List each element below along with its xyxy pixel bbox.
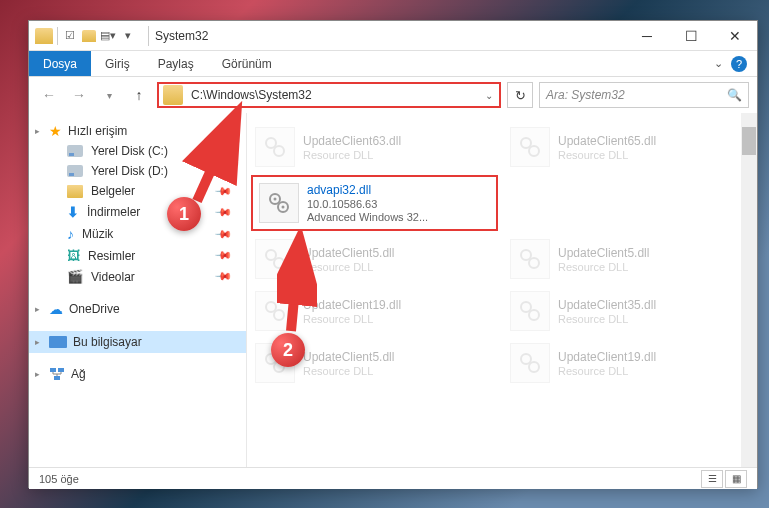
svg-point-21 <box>521 354 531 364</box>
file-item-highlighted[interactable]: advapi32.dll 10.0.10586.63 Advanced Wind… <box>251 175 498 231</box>
svg-point-6 <box>529 146 539 156</box>
svg-point-18 <box>529 310 539 320</box>
svg-point-17 <box>521 302 531 312</box>
tab-file[interactable]: Dosya <box>29 51 91 76</box>
file-item[interactable]: UpdateClient35.dllResource DLL <box>506 287 753 335</box>
dll-icon <box>510 127 550 167</box>
drive-icon <box>67 145 83 157</box>
svg-rect-0 <box>50 368 56 372</box>
explorer-window: ☑ ▤▾ ▾ System32 ─ ☐ ✕ Dosya Giriş Paylaş… <box>28 20 758 488</box>
svg-point-15 <box>266 302 276 312</box>
qat-folder-icon[interactable] <box>82 30 96 42</box>
pc-icon <box>49 336 67 348</box>
file-item[interactable]: UpdateClient65.dllResource DLL <box>506 123 753 171</box>
svg-point-11 <box>266 250 276 260</box>
svg-line-24 <box>197 119 234 201</box>
forward-button[interactable]: → <box>67 83 91 107</box>
svg-line-26 <box>291 245 299 331</box>
svg-point-13 <box>521 250 531 260</box>
svg-rect-2 <box>54 376 60 380</box>
tab-home[interactable]: Giriş <box>91 51 144 76</box>
ribbon: Dosya Giriş Paylaş Görünüm ⌄ ? <box>29 51 757 77</box>
arrow-2 <box>277 231 317 336</box>
pin-icon: 📌 <box>213 224 232 243</box>
dll-icon <box>510 239 550 279</box>
qat-checkbox-icon[interactable]: ☑ <box>62 28 78 44</box>
dll-icon <box>510 291 550 331</box>
file-version: 10.0.10586.63 <box>307 198 428 210</box>
network-icon <box>49 367 65 381</box>
app-icon <box>35 28 53 44</box>
sidebar-item-pictures[interactable]: 🖼 Resimler 📌 <box>29 245 246 266</box>
svg-point-5 <box>521 138 531 148</box>
history-dropdown[interactable]: ▾ <box>97 83 121 107</box>
scrollbar-thumb[interactable] <box>742 127 756 155</box>
drive-icon <box>67 165 83 177</box>
pin-icon: 📌 <box>213 246 232 265</box>
pin-icon: 📌 <box>213 267 232 286</box>
music-icon: ♪ <box>67 226 74 242</box>
svg-point-9 <box>274 198 277 201</box>
video-icon: 🎬 <box>67 269 83 284</box>
sidebar-network[interactable]: Ağ <box>29 365 246 383</box>
search-box[interactable]: Ara: System32 🔍 <box>539 82 749 108</box>
tab-view[interactable]: Görünüm <box>208 51 286 76</box>
arrow-1 <box>179 101 269 211</box>
file-desc: Advanced Windows 32... <box>307 211 428 223</box>
up-button[interactable]: ↑ <box>127 83 151 107</box>
cloud-icon: ☁ <box>49 301 63 317</box>
file-item[interactable]: UpdateClient63.dllResource DLL <box>251 123 498 171</box>
scrollbar[interactable] <box>741 113 757 467</box>
file-item[interactable]: UpdateClient19.dllResource DLL <box>506 339 753 387</box>
help-icon[interactable]: ? <box>731 56 747 72</box>
svg-rect-1 <box>58 368 64 372</box>
search-placeholder: Ara: System32 <box>546 88 727 102</box>
view-large-button[interactable]: ▦ <box>725 470 747 488</box>
close-button[interactable]: ✕ <box>713 21 757 51</box>
statusbar: 105 öğe ☰ ▦ <box>29 467 757 489</box>
svg-point-22 <box>529 362 539 372</box>
navigation-row: ← → ▾ ↑ C:\Windows\System32 ⌄ ↻ Ara: Sys… <box>29 77 757 113</box>
status-text: 105 öğe <box>39 473 79 485</box>
content-area: ★ Hızlı erişim Yerel Disk (C:) 📌 Yerel D… <box>29 113 757 467</box>
expand-ribbon-icon[interactable]: ⌄ <box>714 57 723 70</box>
svg-point-14 <box>529 258 539 268</box>
qat-dropdown-icon[interactable]: ▾ <box>120 28 136 44</box>
file-name: advapi32.dll <box>307 183 428 197</box>
qat-view-icon[interactable]: ▤▾ <box>100 28 116 44</box>
callout-1: 1 <box>167 197 201 231</box>
sidebar-item-music[interactable]: ♪ Müzik 📌 <box>29 223 246 245</box>
maximize-button[interactable]: ☐ <box>669 21 713 51</box>
picture-icon: 🖼 <box>67 248 80 263</box>
file-list[interactable]: UpdateClient63.dllResource DLL UpdateCli… <box>247 113 757 467</box>
star-icon: ★ <box>49 123 62 139</box>
sidebar-item-videos[interactable]: 🎬 Videolar 📌 <box>29 266 246 287</box>
sidebar-onedrive[interactable]: ☁ OneDrive <box>29 299 246 319</box>
svg-point-10 <box>282 206 285 209</box>
callout-2: 2 <box>271 333 305 367</box>
window-title: System32 <box>155 29 208 43</box>
address-dropdown-icon[interactable]: ⌄ <box>479 90 499 101</box>
refresh-button[interactable]: ↻ <box>507 82 533 108</box>
dll-icon <box>510 343 550 383</box>
search-icon[interactable]: 🔍 <box>727 88 742 102</box>
folder-icon <box>67 185 83 198</box>
svg-point-4 <box>274 146 284 156</box>
view-details-button[interactable]: ☰ <box>701 470 723 488</box>
back-button[interactable]: ← <box>37 83 61 107</box>
sidebar-this-pc[interactable]: Bu bilgisayar <box>29 331 246 353</box>
tab-share[interactable]: Paylaş <box>144 51 208 76</box>
minimize-button[interactable]: ─ <box>625 21 669 51</box>
titlebar: ☑ ▤▾ ▾ System32 ─ ☐ ✕ <box>29 21 757 51</box>
file-item[interactable]: UpdateClient5.dllResource DLL <box>506 235 753 283</box>
address-text[interactable]: C:\Windows\System32 <box>187 88 479 102</box>
download-icon: ⬇ <box>67 204 79 220</box>
